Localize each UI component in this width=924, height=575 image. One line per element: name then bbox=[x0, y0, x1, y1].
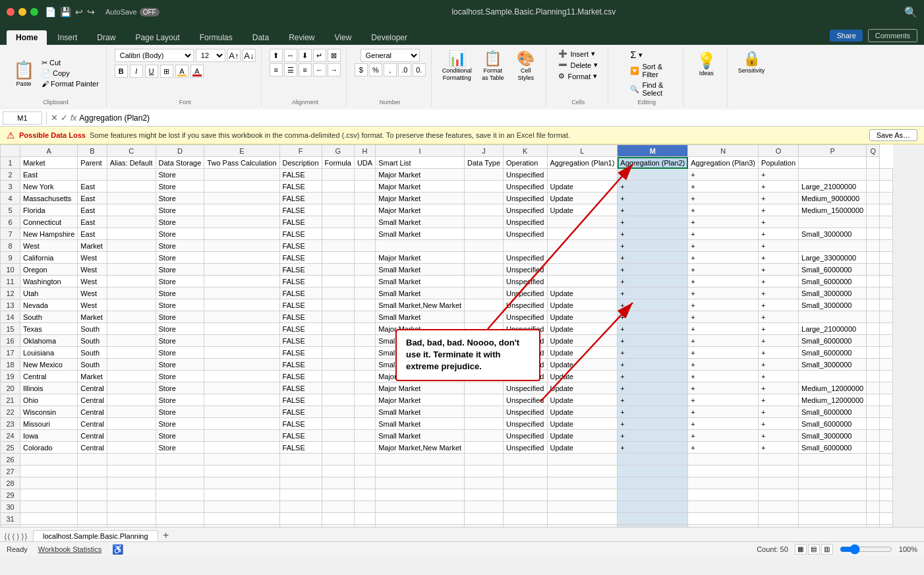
row-header-17[interactable]: 17 bbox=[1, 347, 20, 359]
cell-r19-c8[interactable] bbox=[354, 382, 375, 394]
cell-r2-c13[interactable]: + bbox=[618, 181, 688, 193]
cell-r16-c4[interactable]: Store bbox=[156, 347, 204, 359]
cell-r26-c4[interactable] bbox=[156, 466, 204, 477]
cell-r16-c13[interactable]: + bbox=[618, 347, 688, 359]
cell-r10-c17[interactable] bbox=[867, 276, 880, 288]
cell-r16-c16[interactable]: Small_6000000 bbox=[799, 347, 867, 359]
cell-r24-c17[interactable] bbox=[867, 442, 880, 454]
cell-r10-c12[interactable] bbox=[547, 276, 618, 288]
cell-r16-c12[interactable]: Update bbox=[547, 347, 618, 359]
cell-r16-c14[interactable]: + bbox=[688, 347, 759, 359]
cell-r25-c3[interactable] bbox=[107, 454, 156, 466]
cell-r14-c18[interactable] bbox=[880, 323, 893, 335]
format-cells-button[interactable]: ⚙ Format ▾ bbox=[557, 71, 598, 81]
row-header-30[interactable]: 30 bbox=[1, 501, 20, 513]
cell-r24-c8[interactable] bbox=[354, 442, 375, 454]
cell-r5-c7[interactable] bbox=[322, 216, 354, 228]
cell-r10-c7[interactable] bbox=[322, 276, 354, 288]
cell-r7-c3[interactable] bbox=[107, 240, 156, 252]
minimize-button[interactable] bbox=[18, 8, 26, 16]
cell-r25-c13[interactable] bbox=[618, 454, 688, 466]
cell-r14-c3[interactable] bbox=[107, 323, 156, 335]
cell-r23-c9[interactable]: Small Market bbox=[376, 430, 465, 442]
cell-r31-c2[interactable] bbox=[78, 525, 107, 528]
cell-r3-c2[interactable]: East bbox=[78, 193, 107, 204]
cell-r4-c4[interactable]: Store bbox=[156, 204, 204, 216]
cell-r27-c18[interactable] bbox=[880, 477, 893, 489]
cell-r11-c12[interactable]: Update bbox=[547, 288, 618, 299]
cell-r18-c7[interactable] bbox=[322, 371, 354, 382]
cell-r24-c14[interactable]: + bbox=[688, 442, 759, 454]
cell-r1-c11[interactable]: Unspecified bbox=[504, 169, 547, 181]
cell-r11-c6[interactable]: FALSE bbox=[279, 288, 322, 299]
cell-r25-c15[interactable] bbox=[759, 454, 799, 466]
cell-r30-c2[interactable] bbox=[78, 513, 107, 525]
cell-r13-c2[interactable]: Market bbox=[78, 311, 107, 323]
cell-r15-c17[interactable] bbox=[867, 335, 880, 347]
cell-r28-c6[interactable] bbox=[279, 489, 322, 501]
cell-r1-c7[interactable] bbox=[322, 169, 354, 181]
cell-r14-c16[interactable]: Large_21000000 bbox=[799, 323, 867, 335]
cell-r7-c8[interactable] bbox=[354, 240, 375, 252]
cancel-formula-button[interactable]: ✕ bbox=[51, 113, 58, 123]
cell-r1-c18[interactable] bbox=[880, 169, 893, 181]
ideas-button[interactable]: 💡 Ideas bbox=[691, 49, 722, 79]
cell-r0-c13[interactable]: Aggregation (Plan2) bbox=[618, 157, 688, 169]
font-size-select[interactable]: 12 bbox=[196, 49, 225, 62]
cell-r29-c11[interactable] bbox=[504, 501, 547, 513]
cell-r12-c14[interactable]: + bbox=[688, 299, 759, 311]
cell-r4-c2[interactable]: East bbox=[78, 204, 107, 216]
cell-r9-c17[interactable] bbox=[867, 264, 880, 276]
cell-r28-c17[interactable] bbox=[867, 489, 880, 501]
cell-r2-c15[interactable]: + bbox=[759, 181, 799, 193]
row-header-6[interactable]: 6 bbox=[1, 216, 20, 228]
cell-r8-c6[interactable]: FALSE bbox=[279, 252, 322, 264]
cell-r4-c3[interactable] bbox=[107, 204, 156, 216]
cell-r2-c9[interactable]: Major Market bbox=[376, 181, 465, 193]
cell-r9-c16[interactable]: Small_6000000 bbox=[799, 264, 867, 276]
cell-r31-c18[interactable] bbox=[880, 525, 893, 528]
decrease-decimal-button[interactable]: .0 bbox=[398, 63, 411, 76]
cell-r19-c10[interactable] bbox=[465, 382, 504, 394]
cell-r27-c17[interactable] bbox=[867, 477, 880, 489]
bold-button[interactable]: B bbox=[115, 65, 128, 78]
cell-r11-c7[interactable] bbox=[322, 288, 354, 299]
cell-r23-c10[interactable] bbox=[465, 430, 504, 442]
cell-r7-c11[interactable] bbox=[504, 240, 547, 252]
cell-r15-c18[interactable] bbox=[880, 335, 893, 347]
row-header-20[interactable]: 20 bbox=[1, 382, 20, 394]
cell-r29-c8[interactable] bbox=[354, 501, 375, 513]
cell-r29-c5[interactable] bbox=[204, 501, 279, 513]
cell-r20-c10[interactable] bbox=[465, 394, 504, 406]
cell-r27-c2[interactable] bbox=[78, 477, 107, 489]
cell-r20-c13[interactable]: + bbox=[618, 394, 688, 406]
cell-r20-c17[interactable] bbox=[867, 394, 880, 406]
cell-r25-c7[interactable] bbox=[322, 454, 354, 466]
cell-r8-c18[interactable] bbox=[880, 252, 893, 264]
cell-r29-c4[interactable] bbox=[156, 501, 204, 513]
cell-r12-c3[interactable] bbox=[107, 299, 156, 311]
cell-r10-c15[interactable]: + bbox=[759, 276, 799, 288]
cell-r4-c7[interactable] bbox=[322, 204, 354, 216]
cell-r27-c3[interactable] bbox=[107, 477, 156, 489]
tab-review[interactable]: Review bbox=[279, 30, 324, 45]
cell-r15-c8[interactable] bbox=[354, 335, 375, 347]
cell-r31-c10[interactable] bbox=[465, 525, 504, 528]
confirm-formula-button[interactable]: ✓ bbox=[61, 113, 68, 123]
cell-r26-c3[interactable] bbox=[107, 466, 156, 477]
cell-r22-c4[interactable]: Store bbox=[156, 418, 204, 430]
cell-r30-c18[interactable] bbox=[880, 513, 893, 525]
col-header-E[interactable]: E bbox=[204, 145, 279, 157]
cell-r11-c1[interactable]: Utah bbox=[20, 288, 78, 299]
cell-r10-c13[interactable]: + bbox=[618, 276, 688, 288]
cell-r9-c14[interactable]: + bbox=[688, 264, 759, 276]
cell-r26-c12[interactable] bbox=[547, 466, 618, 477]
cell-r29-c14[interactable] bbox=[688, 501, 759, 513]
cell-r24-c3[interactable] bbox=[107, 442, 156, 454]
cell-r10-c9[interactable]: Small Market bbox=[376, 276, 465, 288]
cell-r31-c6[interactable] bbox=[279, 525, 322, 528]
cell-r13-c11[interactable]: Unspecified bbox=[504, 311, 547, 323]
zoom-slider[interactable] bbox=[840, 544, 892, 555]
cell-r20-c8[interactable] bbox=[354, 394, 375, 406]
cell-r26-c17[interactable] bbox=[867, 466, 880, 477]
